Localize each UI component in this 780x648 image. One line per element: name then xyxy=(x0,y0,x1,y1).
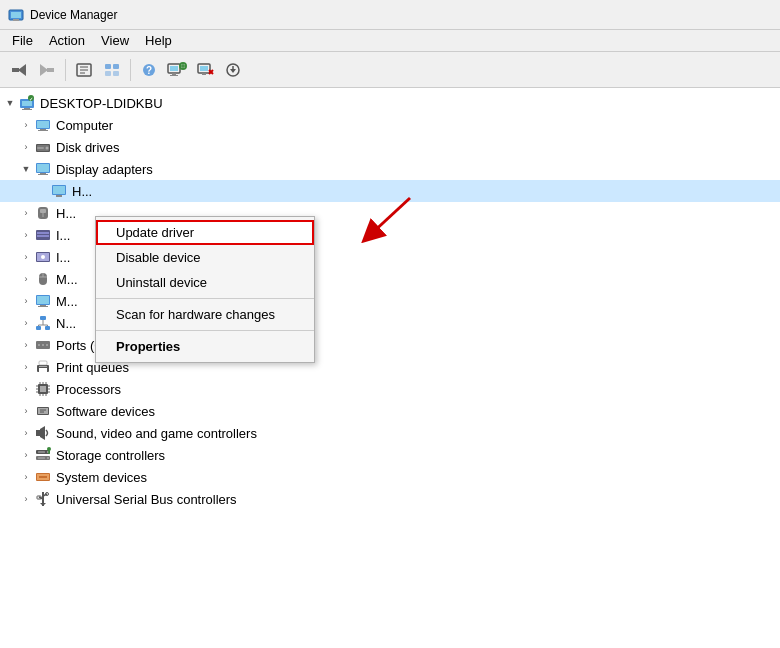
expand-computer[interactable]: › xyxy=(18,117,34,133)
ctx-update-driver[interactable]: Update driver xyxy=(96,220,314,245)
software-label: Software devices xyxy=(56,404,155,419)
display-sub-label: H... xyxy=(72,184,92,199)
toolbar-forward-btn[interactable] xyxy=(34,57,60,83)
tree-item-software[interactable]: › Software devices xyxy=(0,400,780,422)
expand-imaging[interactable]: › xyxy=(18,249,34,265)
expand-storage[interactable]: › xyxy=(18,447,34,463)
expand-processors[interactable]: › xyxy=(18,381,34,397)
svg-point-44 xyxy=(46,147,49,150)
tree-panel[interactable]: ▼ ✓ DESKTOP-LDIDKBU › xyxy=(0,88,780,648)
tree-item-computer[interactable]: › Computer xyxy=(0,114,780,136)
svg-rect-70 xyxy=(36,326,41,330)
ctx-uninstall-device[interactable]: Uninstall device xyxy=(96,270,314,295)
menu-bar: File Action View Help xyxy=(0,30,780,52)
expand-software[interactable]: › xyxy=(18,403,34,419)
tree-item-display-sub[interactable]: H... xyxy=(0,180,780,202)
svg-rect-45 xyxy=(37,147,44,149)
tree-root[interactable]: ▼ ✓ DESKTOP-LDIDKBU xyxy=(0,92,780,114)
svg-marker-5 xyxy=(40,64,48,76)
tree-item-display[interactable]: ▼ Display adapters xyxy=(0,158,780,180)
title-bar-text: Device Manager xyxy=(30,8,117,22)
svg-rect-41 xyxy=(38,130,48,131)
expand-mice[interactable]: › xyxy=(18,271,34,287)
ctx-properties[interactable]: Properties xyxy=(96,334,314,359)
monitors-label: M... xyxy=(56,294,78,309)
menu-action[interactable]: Action xyxy=(41,31,93,50)
expand-system[interactable]: › xyxy=(18,469,34,485)
svg-marker-103 xyxy=(40,426,45,440)
storage-label: Storage controllers xyxy=(56,448,165,463)
svg-point-61 xyxy=(41,255,45,259)
svg-rect-58 xyxy=(37,235,49,237)
toolbar-back-btn[interactable] xyxy=(6,57,32,83)
toolbar-scan-btn[interactable] xyxy=(164,57,190,83)
hid-icon xyxy=(34,205,52,221)
svg-rect-83 xyxy=(39,366,47,367)
tree-item-sound[interactable]: › Sound, video and game controllers xyxy=(0,422,780,444)
svg-rect-68 xyxy=(38,306,48,307)
svg-point-79 xyxy=(46,344,48,346)
expand-print[interactable]: › xyxy=(18,359,34,375)
toolbar-help-btn[interactable]: ? xyxy=(136,57,162,83)
monitors-icon xyxy=(34,293,52,309)
expand-ide[interactable]: › xyxy=(18,227,34,243)
expand-monitors[interactable]: › xyxy=(18,293,34,309)
svg-rect-18 xyxy=(170,66,178,71)
expand-sound[interactable]: › xyxy=(18,425,34,441)
svg-rect-1 xyxy=(11,12,21,18)
print-icon xyxy=(34,359,52,375)
expand-ports[interactable]: › xyxy=(18,337,34,353)
system-icon xyxy=(34,469,52,485)
svg-rect-6 xyxy=(47,68,54,72)
tree-item-storage[interactable]: › Storage controllers xyxy=(0,444,780,466)
svg-rect-25 xyxy=(200,66,208,71)
computer-icon xyxy=(34,117,52,133)
hid-label: H... xyxy=(56,206,76,221)
toolbar-update-btn[interactable] xyxy=(220,57,246,83)
storage-icon xyxy=(34,447,52,463)
context-menu: Update driver Disable device Uninstall d… xyxy=(95,216,315,363)
title-bar: Device Manager xyxy=(0,0,780,30)
svg-point-110 xyxy=(47,447,51,451)
expand-root[interactable]: ▼ xyxy=(2,95,18,111)
software-icon xyxy=(34,403,52,419)
toolbar-sep-2 xyxy=(130,59,131,81)
svg-marker-3 xyxy=(18,64,26,76)
ctx-disable-device[interactable]: Disable device xyxy=(96,245,314,270)
svg-rect-47 xyxy=(37,164,49,172)
svg-rect-51 xyxy=(53,186,65,194)
toolbar-remove-btn[interactable] xyxy=(192,57,218,83)
menu-view[interactable]: View xyxy=(93,31,137,50)
menu-help[interactable]: Help xyxy=(137,31,180,50)
svg-rect-114 xyxy=(39,476,47,478)
expand-network[interactable]: › xyxy=(18,315,34,331)
tree-item-usb[interactable]: › Universal Serial Bus controllers xyxy=(0,488,780,510)
svg-rect-109 xyxy=(38,457,45,459)
toolbar-properties-btn[interactable] xyxy=(71,57,97,83)
svg-rect-69 xyxy=(40,316,46,320)
svg-rect-54 xyxy=(40,209,46,213)
ide-label: I... xyxy=(56,228,70,243)
menu-file[interactable]: File xyxy=(4,31,41,50)
expand-disk[interactable]: › xyxy=(18,139,34,155)
root-icon: ✓ xyxy=(18,95,36,111)
network-label: N... xyxy=(56,316,76,331)
expand-hid[interactable]: › xyxy=(18,205,34,221)
ctx-scan-changes[interactable]: Scan for hardware changes xyxy=(96,302,314,327)
imaging-icon xyxy=(34,249,52,265)
svg-rect-71 xyxy=(45,326,50,330)
tree-item-disk[interactable]: › Disk drives xyxy=(0,136,780,158)
svg-rect-13 xyxy=(105,71,111,76)
tree-item-system[interactable]: › System devices xyxy=(0,466,780,488)
expand-display[interactable]: ▼ xyxy=(18,161,34,177)
svg-rect-4 xyxy=(12,68,19,72)
mice-label: M... xyxy=(56,272,78,287)
svg-rect-49 xyxy=(38,174,48,175)
display-sub-icon xyxy=(50,183,68,199)
toolbar-view-btn[interactable] xyxy=(99,57,125,83)
network-icon xyxy=(34,315,52,331)
svg-rect-82 xyxy=(39,361,47,365)
expand-usb[interactable]: › xyxy=(18,491,34,507)
svg-rect-66 xyxy=(37,296,49,304)
tree-item-processors[interactable]: › Proces xyxy=(0,378,780,400)
